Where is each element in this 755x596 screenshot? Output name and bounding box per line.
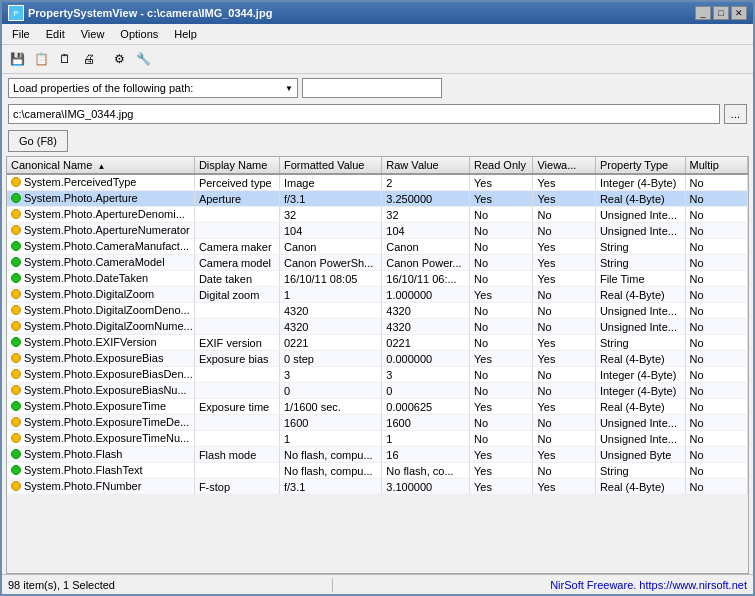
- cell-display: Digital zoom: [194, 287, 279, 303]
- cell-proptype: Real (4-Byte): [595, 287, 685, 303]
- table-row[interactable]: System.Photo.Flash Flash mode No flash, …: [7, 447, 748, 463]
- row-status-icon: [11, 465, 21, 475]
- path-value-input[interactable]: [302, 78, 442, 98]
- cell-multi: No: [685, 207, 748, 223]
- table-row[interactable]: System.Photo.ExposureTime Exposure time …: [7, 399, 748, 415]
- cell-canonical: System.Photo.Flash: [7, 447, 194, 463]
- cell-raw: Canon Power...: [382, 255, 470, 271]
- col-proptype[interactable]: Property Type: [595, 157, 685, 174]
- menu-help[interactable]: Help: [168, 26, 203, 42]
- table-row[interactable]: System.Photo.DigitalZoomDeno... 4320 432…: [7, 303, 748, 319]
- cell-formatted: 3: [279, 367, 381, 383]
- cell-viewable: Yes: [533, 479, 595, 495]
- cell-canonical: System.Photo.DateTaken: [7, 271, 194, 287]
- close-button[interactable]: ✕: [731, 6, 747, 20]
- cell-canonical: System.Photo.Aperture: [7, 191, 194, 207]
- cell-proptype: Unsigned Inte...: [595, 223, 685, 239]
- cell-multi: No: [685, 174, 748, 191]
- table-row[interactable]: System.Photo.ExposureTimeNu... 1 1 No No…: [7, 431, 748, 447]
- cell-readonly: Yes: [469, 447, 532, 463]
- cell-proptype: File Time: [595, 271, 685, 287]
- cell-canonical: System.Photo.DigitalZoomDeno...: [7, 303, 194, 319]
- cell-raw: 1: [382, 431, 470, 447]
- col-canonical[interactable]: Canonical Name ▲: [7, 157, 194, 174]
- col-viewable[interactable]: Viewa...: [533, 157, 595, 174]
- browse-button[interactable]: ...: [724, 104, 747, 124]
- cell-canonical: System.Photo.DigitalZoomNume...: [7, 319, 194, 335]
- table-row[interactable]: System.Photo.CameraManufact... Camera ma…: [7, 239, 748, 255]
- table-row[interactable]: System.Photo.DigitalZoom Digital zoom 1 …: [7, 287, 748, 303]
- col-raw[interactable]: Raw Value: [382, 157, 470, 174]
- cell-multi: No: [685, 447, 748, 463]
- table-row[interactable]: System.Photo.ExposureBias Exposure bias …: [7, 351, 748, 367]
- row-status-icon: [11, 433, 21, 443]
- row-status-icon: [11, 177, 21, 187]
- cell-raw: 2: [382, 174, 470, 191]
- col-readonly[interactable]: Read Only: [469, 157, 532, 174]
- cell-readonly: No: [469, 303, 532, 319]
- cell-multi: No: [685, 303, 748, 319]
- table-row[interactable]: System.Photo.ApertureNumerator 104 104 N…: [7, 223, 748, 239]
- col-formatted[interactable]: Formatted Value: [279, 157, 381, 174]
- toolbar-print[interactable]: 🖨: [78, 48, 100, 70]
- menu-options[interactable]: Options: [114, 26, 164, 42]
- table-row[interactable]: System.Photo.DigitalZoomNume... 4320 432…: [7, 319, 748, 335]
- cell-viewable: No: [533, 223, 595, 239]
- cell-canonical: System.Photo.ExposureTimeNu...: [7, 431, 194, 447]
- cell-viewable: Yes: [533, 174, 595, 191]
- status-bar: 98 item(s), 1 Selected NirSoft Freeware.…: [2, 574, 753, 594]
- restore-button[interactable]: □: [713, 6, 729, 20]
- property-table-container[interactable]: Canonical Name ▲ Display Name Formatted …: [6, 156, 749, 574]
- table-row[interactable]: System.Photo.FNumber F-stop f/3.1 3.1000…: [7, 479, 748, 495]
- table-row[interactable]: System.Photo.FlashText No flash, compu..…: [7, 463, 748, 479]
- cell-readonly: No: [469, 415, 532, 431]
- property-table: Canonical Name ▲ Display Name Formatted …: [7, 157, 748, 495]
- menu-view[interactable]: View: [75, 26, 111, 42]
- status-count: 98 item(s), 1 Selected: [8, 579, 115, 591]
- cell-canonical: System.Photo.EXIFVersion: [7, 335, 194, 351]
- table-row[interactable]: System.Photo.Aperture Aperture f/3.1 3.2…: [7, 191, 748, 207]
- go-button[interactable]: Go (F8): [8, 130, 68, 152]
- chevron-down-icon: ▼: [285, 84, 293, 93]
- menu-edit[interactable]: Edit: [40, 26, 71, 42]
- path-section: Load properties of the following path: ▼: [2, 74, 753, 102]
- cell-viewable: No: [533, 367, 595, 383]
- table-row[interactable]: System.Photo.CameraModel Camera model Ca…: [7, 255, 748, 271]
- minimize-button[interactable]: _: [695, 6, 711, 20]
- path-dropdown[interactable]: Load properties of the following path: ▼: [8, 78, 298, 98]
- menu-file[interactable]: File: [6, 26, 36, 42]
- cell-viewable: No: [533, 463, 595, 479]
- row-status-icon: [11, 305, 21, 315]
- table-row[interactable]: System.Photo.ExposureBiasDen... 3 3 No N…: [7, 367, 748, 383]
- app-icon: P: [8, 5, 24, 21]
- cell-display: Perceived type: [194, 174, 279, 191]
- col-multi[interactable]: Multip: [685, 157, 748, 174]
- toolbar-new[interactable]: 🗒: [54, 48, 76, 70]
- cell-viewable: Yes: [533, 335, 595, 351]
- cell-multi: No: [685, 367, 748, 383]
- cell-canonical: System.Photo.ExposureBiasDen...: [7, 367, 194, 383]
- cell-readonly: Yes: [469, 463, 532, 479]
- cell-raw: 104: [382, 223, 470, 239]
- toolbar-save[interactable]: 💾: [6, 48, 28, 70]
- table-row[interactable]: System.Photo.DateTaken Date taken 16/10/…: [7, 271, 748, 287]
- cell-proptype: Real (4-Byte): [595, 351, 685, 367]
- toolbar-open[interactable]: 📋: [30, 48, 52, 70]
- table-row[interactable]: System.Photo.EXIFVersion EXIF version 02…: [7, 335, 748, 351]
- status-credit: NirSoft Freeware. https://www.nirsoft.ne…: [550, 579, 747, 591]
- col-display[interactable]: Display Name: [194, 157, 279, 174]
- toolbar-settings[interactable]: ⚙: [108, 48, 130, 70]
- table-row[interactable]: System.Photo.ExposureBiasNu... 0 0 No No…: [7, 383, 748, 399]
- cell-multi: No: [685, 351, 748, 367]
- table-row[interactable]: System.PerceivedType Perceived type Imag…: [7, 174, 748, 191]
- cell-formatted: f/3.1: [279, 479, 381, 495]
- row-status-icon: [11, 241, 21, 251]
- toolbar-tools[interactable]: 🔧: [132, 48, 154, 70]
- cell-proptype: Unsigned Inte...: [595, 303, 685, 319]
- cell-viewable: No: [533, 319, 595, 335]
- table-row[interactable]: System.Photo.ApertureDenomi... 32 32 No …: [7, 207, 748, 223]
- filepath-input[interactable]: [8, 104, 720, 124]
- cell-proptype: Unsigned Inte...: [595, 415, 685, 431]
- table-row[interactable]: System.Photo.ExposureTimeDe... 1600 1600…: [7, 415, 748, 431]
- toolbar: 💾 📋 🗒 🖨 ⚙ 🔧: [2, 45, 753, 74]
